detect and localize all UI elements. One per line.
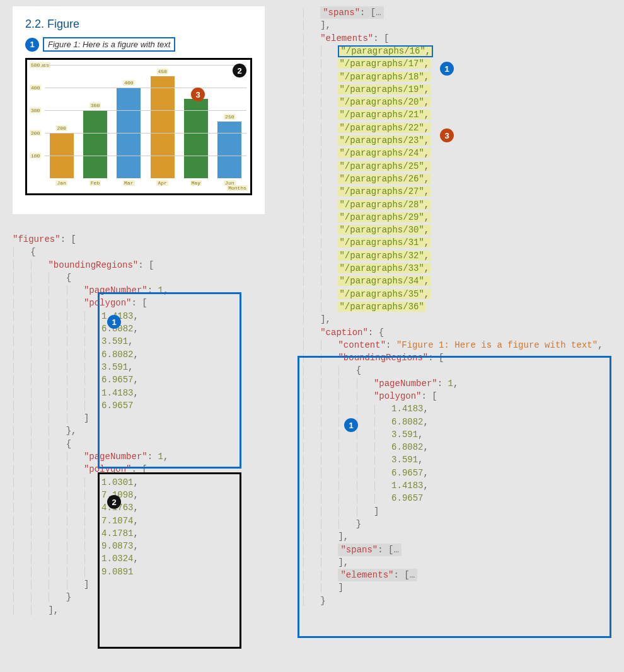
badge-3-chart: 3: [191, 88, 205, 101]
badge-1-caption: 1: [25, 38, 39, 52]
caption-row: 1 Figure 1: Here is a figure with text: [25, 37, 252, 52]
badge-1-region1: 1: [107, 315, 121, 329]
json-right-block: "spans": [… ], "elements": [ "/paragraph…: [303, 6, 611, 607]
right-pane: "spans": [… ], "elements": [ "/paragraph…: [303, 6, 611, 666]
badge-1-caption-region: 1: [344, 418, 358, 432]
json-left-block: "figures": [ { "boundingRegions": [ { "p…: [13, 233, 284, 617]
figure-caption: Figure 1: Here is a figure with text: [43, 37, 175, 52]
chart-plot-area: 200Jan300Feb400Mar450Apr350May250Jun 100…: [45, 65, 253, 178]
figure-heading: 2.2. Figure: [25, 18, 252, 31]
chart-x-title: Months: [227, 185, 248, 191]
badge-1-elements-first: 1: [440, 62, 454, 76]
chart-container: 2 3 Values Months 200Jan300Feb400Mar450A…: [25, 58, 252, 195]
badge-2-chart: 2: [233, 64, 246, 77]
figure-preview-card: 2.2. Figure 1 Figure 1: Here is a figure…: [13, 6, 265, 214]
badge-3-elements: 3: [440, 128, 454, 142]
left-pane: 2.2. Figure 1 Figure 1: Here is a figure…: [13, 6, 284, 666]
badge-2-region2: 2: [107, 495, 121, 509]
